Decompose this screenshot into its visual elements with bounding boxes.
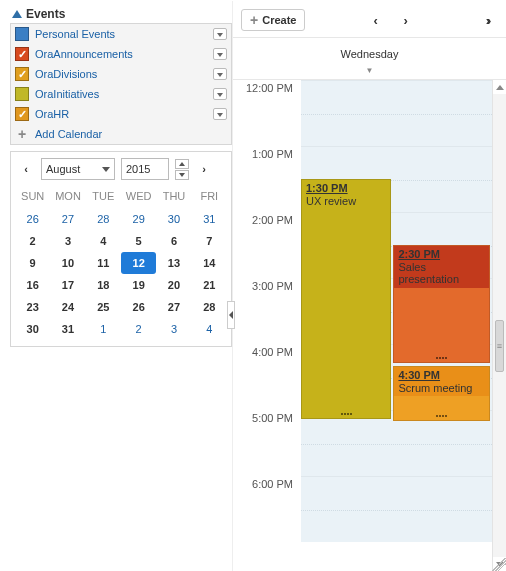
dow-label: THU [156, 186, 191, 208]
calendar-swatch[interactable] [15, 87, 29, 101]
calendar-day[interactable]: 1 [86, 318, 121, 340]
next-month-button[interactable]: › [195, 160, 213, 178]
calendar-day[interactable]: 2 [15, 230, 50, 252]
events-header[interactable]: Events [10, 7, 232, 23]
hour-label: 2:00 PM [233, 212, 301, 226]
calendar-options-button[interactable] [213, 68, 227, 80]
calendar-day[interactable]: 27 [156, 296, 191, 318]
calendar-day[interactable]: 29 [121, 208, 156, 230]
calendar-swatch[interactable]: ✓ [15, 47, 29, 61]
calendar-day[interactable]: 20 [156, 274, 191, 296]
plus-icon: + [15, 127, 29, 141]
year-value: 2015 [126, 163, 150, 175]
day-grid[interactable]: 12:00 PM1:00 PM2:00 PM3:00 PM4:00 PM5:00… [233, 80, 506, 571]
calendar-item[interactable]: ✓OraDivisions [11, 64, 231, 84]
add-calendar-label: Add Calendar [35, 128, 102, 140]
calendar-day[interactable]: 26 [121, 296, 156, 318]
calendar-item[interactable]: ✓OraHR [11, 104, 231, 124]
day-menu-icon[interactable]: ▼ [233, 66, 506, 75]
resize-handle[interactable] [394, 415, 488, 419]
event-title: UX review [306, 195, 356, 207]
month-select[interactable]: August [41, 158, 115, 180]
calendar-day[interactable]: 11 [86, 252, 121, 274]
calendar-options-button[interactable] [213, 108, 227, 120]
calendar-day[interactable]: 3 [50, 230, 85, 252]
year-down-button[interactable] [175, 170, 189, 180]
calendar-day[interactable]: 26 [15, 208, 50, 230]
resize-handle[interactable] [302, 413, 390, 417]
calendar-options-button[interactable] [213, 28, 227, 40]
hour-label: 1:00 PM [233, 146, 301, 160]
hour-label: 4:00 PM [233, 344, 301, 358]
resize-handle[interactable] [394, 357, 488, 361]
calendar-day[interactable]: 4 [192, 318, 227, 340]
calendar-day[interactable]: 30 [15, 318, 50, 340]
calendar-day[interactable]: 28 [192, 296, 227, 318]
calendar-item[interactable]: Personal Events [11, 24, 231, 44]
dow-label: TUE [86, 186, 121, 208]
year-up-button[interactable] [175, 159, 189, 169]
calendar-event[interactable]: 1:30 PMUX review [301, 179, 391, 419]
calendar-day[interactable]: 28 [86, 208, 121, 230]
year-select[interactable]: 2015 [121, 158, 169, 180]
calendar-day[interactable]: 13 [156, 252, 191, 274]
calendar-day[interactable]: 19 [121, 274, 156, 296]
calendar-day[interactable]: 27 [50, 208, 85, 230]
dow-label: WED [121, 186, 156, 208]
prev-day-button[interactable]: ‹ [365, 10, 387, 30]
calendar-day[interactable]: 6 [156, 230, 191, 252]
calendar-item[interactable]: ✓OraAnnouncements [11, 44, 231, 64]
day-label: Wednesday [233, 48, 506, 60]
calendar-name: OraDivisions [35, 68, 207, 80]
events-title: Events [26, 7, 65, 21]
event-time: 1:30 PM [306, 182, 348, 194]
calendar-day[interactable]: 16 [15, 274, 50, 296]
mini-calendar: SUNMONTUEWEDTHUFRI 262728293031234567910… [15, 186, 227, 340]
calendar-day[interactable]: 18 [86, 274, 121, 296]
calendar-item[interactable]: OraInitiatives [11, 84, 231, 104]
hour-lane[interactable] [301, 80, 506, 146]
calendar-day[interactable]: 7 [192, 230, 227, 252]
event-title: Scrum meeting [398, 382, 472, 394]
hour-lane[interactable] [301, 476, 506, 542]
calendar-day[interactable]: 31 [50, 318, 85, 340]
calendar-event[interactable]: 4:30 PMScrum meeting [393, 366, 489, 421]
calendar-swatch[interactable]: ✓ [15, 107, 29, 121]
calendar-list: Personal Events✓OraAnnouncements✓OraDivi… [10, 23, 232, 145]
calendar-day[interactable]: 2 [121, 318, 156, 340]
chevron-down-icon [102, 167, 110, 172]
hour-label: 12:00 PM [233, 80, 301, 94]
calendar-name: OraAnnouncements [35, 48, 207, 60]
add-calendar-button[interactable]: +Add Calendar [11, 124, 231, 144]
calendar-day[interactable]: 5 [121, 230, 156, 252]
calendar-options-button[interactable] [213, 88, 227, 100]
calendar-options-button[interactable] [213, 48, 227, 60]
event-title: Sales presentation [398, 261, 459, 286]
calendar-day[interactable]: 14 [192, 252, 227, 274]
calendar-day[interactable]: 17 [50, 274, 85, 296]
collapse-icon [12, 10, 22, 18]
calendar-day[interactable]: 3 [156, 318, 191, 340]
calendar-name: Personal Events [35, 28, 207, 40]
calendar-day[interactable]: 4 [86, 230, 121, 252]
next-day-button[interactable]: › [395, 10, 417, 30]
calendar-day[interactable]: 10 [50, 252, 85, 274]
calendar-day[interactable]: 9 [15, 252, 50, 274]
more-button[interactable]: ›› [476, 10, 498, 30]
calendar-day[interactable]: 23 [15, 296, 50, 318]
day-header: Wednesday ▼ [233, 38, 506, 80]
calendar-event[interactable]: 2:30 PMSales presentation [393, 245, 489, 363]
dow-label: MON [50, 186, 85, 208]
calendar-day[interactable]: 21 [192, 274, 227, 296]
calendar-day[interactable]: 31 [192, 208, 227, 230]
create-button[interactable]: + Create [241, 9, 305, 31]
calendar-swatch[interactable]: ✓ [15, 67, 29, 81]
calendar-day[interactable]: 25 [86, 296, 121, 318]
calendar-day[interactable]: 24 [50, 296, 85, 318]
prev-month-button[interactable]: ‹ [17, 160, 35, 178]
calendar-day[interactable]: 30 [156, 208, 191, 230]
month-value: August [46, 163, 80, 175]
dow-label: FRI [192, 186, 227, 208]
calendar-day[interactable]: 12 [121, 252, 156, 274]
calendar-swatch[interactable] [15, 27, 29, 41]
